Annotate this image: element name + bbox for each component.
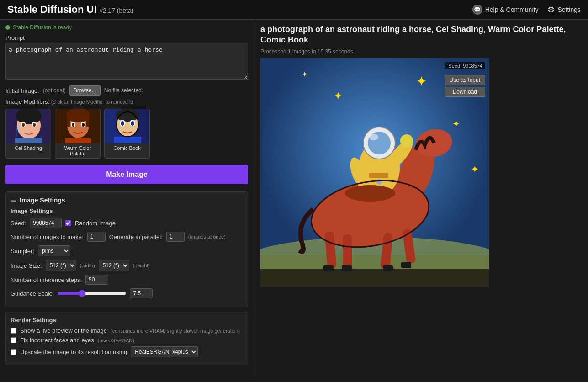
svg-point-16 [72, 123, 74, 127]
app-title: Stable Diffusion UI v2.17 (beta) [7, 4, 133, 16]
svg-rect-48 [383, 265, 393, 271]
svg-rect-43 [343, 234, 352, 269]
make-image-button[interactable]: Make Image [5, 165, 248, 184]
svg-text:✦: ✦ [416, 74, 427, 89]
sampler-label: Sampler: [11, 248, 34, 255]
seed-input[interactable] [30, 218, 62, 228]
status-bar: Stable Diffusion is ready [5, 24, 248, 31]
svg-rect-28 [114, 137, 141, 143]
seed-label: Seed: [11, 220, 26, 227]
random-image-checkbox[interactable] [65, 220, 71, 226]
svg-text:✦: ✦ [471, 164, 479, 175]
modifiers-hint: (click an Image Modifier to remove it) [51, 99, 133, 105]
num-images-label: Number of images to make: [11, 233, 84, 240]
upscale-checkbox[interactable] [11, 349, 16, 355]
num-images-input[interactable] [87, 232, 106, 242]
svg-point-56 [369, 134, 378, 140]
svg-rect-49 [401, 262, 411, 268]
image-settings-section: ▬ Image Settings Image Settings Seed: Ra… [5, 191, 248, 307]
svg-text:✦: ✦ [302, 70, 307, 78]
inference-steps-label: Number of inference steps: [11, 276, 82, 283]
guidance-scale-row: Guidance Scale: [11, 288, 243, 298]
image-settings-header: ▬ Image Settings [11, 196, 243, 204]
modifier-warm-color[interactable]: Warm Color Palette [55, 109, 101, 159]
right-panel: a photograph of an astronaut riding a ho… [254, 20, 588, 377]
modifier-cel-shading[interactable]: Cel Shading [5, 109, 51, 159]
sampler-select[interactable]: plms ddim euler euler_a dpm [38, 245, 70, 256]
comic-book-name: Comic Book [105, 143, 149, 153]
live-preview-hint: (consumes more VRAM, slightly slower ima… [111, 328, 240, 334]
svg-point-59 [345, 185, 395, 202]
header-right: 💬 Help & Community ⚙ Settings [472, 5, 581, 15]
sampler-row: Sampler: plms ddim euler euler_a dpm [11, 245, 243, 256]
seed-badge: Seed: 9908574 [445, 62, 485, 69]
svg-point-26 [131, 121, 134, 126]
height-unit: (height) [133, 263, 150, 268]
svg-text:✦: ✦ [334, 90, 343, 102]
help-community-button[interactable]: 💬 Help & Community [472, 5, 539, 15]
svg-point-5 [22, 123, 25, 127]
guidance-scale-input[interactable] [130, 288, 153, 298]
inference-steps-input[interactable] [85, 275, 108, 285]
prompt-label: Prompt [5, 34, 248, 41]
svg-point-58 [376, 179, 382, 185]
height-select[interactable]: 512 (*) 256 384 640 768 [99, 260, 129, 271]
modifiers-label-text: Image Modifiers: [5, 98, 49, 105]
fix-faces-checkbox[interactable] [11, 337, 16, 343]
seed-badge-text: Seed: 9908574 [448, 63, 482, 69]
app-version: v2.17 (beta) [100, 7, 134, 14]
cel-shading-image [6, 109, 51, 143]
upscale-select[interactable]: RealESRGAN_x4plus [131, 346, 198, 357]
random-image-label: Random Image [75, 220, 116, 227]
svg-rect-57 [369, 173, 388, 178]
svg-point-22 [116, 109, 139, 122]
fix-faces-label: Fix incorrect faces and eyes [20, 337, 94, 344]
modifiers-grid: Cel Shading [5, 109, 248, 159]
use-as-input-button[interactable]: Use as Input [445, 75, 485, 85]
inference-steps-row: Number of inference steps: [11, 275, 243, 285]
settings-button[interactable]: ⚙ Settings [547, 5, 581, 15]
width-unit: (width) [80, 263, 95, 268]
download-button[interactable]: Download [445, 87, 485, 97]
parallel-input[interactable] [166, 232, 185, 242]
browse-button[interactable]: Browse... [69, 85, 101, 96]
image-title: a photograph of an astronaut riding a ho… [260, 24, 582, 46]
guidance-scale-label: Guidance Scale: [11, 290, 54, 297]
svg-text:✦: ✦ [452, 119, 460, 129]
warm-color-name: Warm Color Palette [55, 143, 100, 158]
modifiers-label: Image Modifiers: (click an Image Modifie… [5, 98, 248, 105]
live-preview-row: Show a live preview of the image (consum… [11, 327, 243, 334]
optional-label: (optional) [43, 87, 66, 94]
parallel-unit: (images at once) [188, 234, 226, 239]
prompt-input[interactable] [5, 43, 248, 80]
svg-rect-38 [260, 269, 489, 287]
live-preview-checkbox[interactable] [11, 328, 16, 334]
image-size-row: Image Size: 512 (*) 256 384 640 768 (wid… [11, 260, 243, 271]
status-text: Stable Diffusion is ready [13, 24, 72, 31]
guidance-scale-slider[interactable] [58, 290, 126, 297]
comic-book-image [105, 109, 150, 143]
modifier-comic-book[interactable]: Comic Book [104, 109, 150, 159]
svg-point-53 [400, 134, 413, 147]
generated-image-canvas: ✦ ✦ ✦ ✦ ✦ [260, 58, 489, 287]
gear-icon: ⚙ [547, 5, 555, 15]
image-settings-subtitle: Image Settings [11, 207, 243, 214]
width-select[interactable]: 512 (*) 256 384 640 768 [46, 260, 76, 271]
render-settings-section: Render Settings Show a live preview of t… [5, 312, 248, 365]
upscale-row: Upscale the image to 4x resolution using… [11, 346, 243, 357]
header: Stable Diffusion UI v2.17 (beta) 💬 Help … [0, 0, 588, 20]
initial-image-row: Initial Image: (optional) Browse... No f… [5, 85, 248, 96]
svg-point-25 [121, 121, 124, 126]
image-actions: Use as Input Download [445, 75, 485, 97]
left-panel: Stable Diffusion is ready Prompt Initial… [0, 20, 254, 377]
svg-rect-7 [15, 138, 42, 143]
collapse-icon[interactable]: ▬ [11, 197, 16, 203]
processed-info: Processed 1 images in 15.35 seconds [260, 48, 582, 55]
svg-rect-18 [65, 138, 91, 143]
guidance-scale-slider-container [58, 290, 126, 297]
live-preview-label: Show a live preview of the image [20, 327, 107, 334]
no-file-label: No file selected. [104, 87, 143, 94]
svg-rect-12 [67, 114, 70, 127]
svg-rect-47 [342, 265, 352, 271]
svg-rect-13 [86, 114, 89, 127]
